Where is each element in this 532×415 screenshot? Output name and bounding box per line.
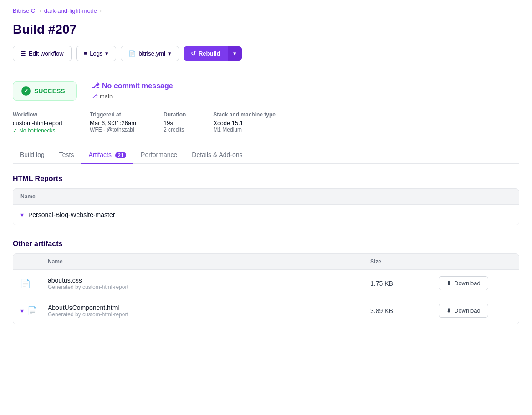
status-text: SUCCESS <box>34 87 65 95</box>
rebuild-group: ↺ Rebuild ▾ <box>184 46 242 61</box>
workflow-meta: Workflow custom-html-report ✓ No bottlen… <box>13 111 62 134</box>
logs-icon: ≡ <box>84 50 87 57</box>
download-icon-0: ⬇ <box>446 280 451 287</box>
logs-button[interactable]: ≡ Logs ▾ <box>76 46 117 61</box>
rebuild-caret-icon: ▾ <box>233 50 236 57</box>
credits-value: 2 credits <box>164 127 186 133</box>
file-info-1: AboutUsComponent.html Generated by custo… <box>48 304 370 318</box>
tab-tests[interactable]: Tests <box>52 147 82 164</box>
status-check-icon: ✓ <box>21 86 31 96</box>
breadcrumb-current[interactable]: dark-and-light-mode <box>44 7 97 14</box>
tab-details[interactable]: Details & Add-ons <box>184 147 250 164</box>
workflow-value: custom-html-report <box>13 120 62 127</box>
edit-workflow-icon: ☰ <box>20 50 26 57</box>
git-icon: ⎇ <box>91 81 99 90</box>
download-button-0[interactable]: ⬇ Download <box>439 276 488 290</box>
commit-info: ⎇ No commit message ⎇ main <box>91 81 173 100</box>
machine-value: M1 Medium <box>213 127 276 133</box>
file-size-0: 1.75 KB <box>370 280 439 287</box>
file-info-0: aboutus.css Generated by custom-html-rep… <box>48 277 370 290</box>
expand-row-1[interactable]: ▾ <box>20 307 24 314</box>
artifact-row-0: 📄 aboutus.css Generated by custom-html-r… <box>13 269 519 297</box>
bitrise-yml-button[interactable]: 📄 bitrise.yml ▾ <box>121 46 179 61</box>
tabs: Build log Tests Artifacts 21 Performance… <box>13 147 519 164</box>
file-name-1: AboutUsComponent.html <box>48 304 370 311</box>
download-button-1[interactable]: ⬇ Download <box>439 304 488 318</box>
tab-performance[interactable]: Performance <box>133 147 184 164</box>
triggered-by: WFE - @tothszabi <box>90 127 136 133</box>
download-icon-1: ⬇ <box>446 307 451 314</box>
file-meta-0: Generated by custom-html-report <box>48 284 370 290</box>
stack-meta: Stack and machine type Xcode 15.1 M1 Med… <box>213 111 276 134</box>
workflow-label: Workflow <box>13 111 62 118</box>
stack-value: Xcode 15.1 <box>213 120 276 127</box>
rebuild-icon: ↺ <box>191 50 196 57</box>
page-title: Build #207 <box>13 22 519 37</box>
status-area: ✓ SUCCESS ⎇ No commit message ⎇ main <box>13 81 519 101</box>
file-size-1: 3.89 KB <box>370 307 439 314</box>
commit-message: ⎇ No commit message <box>91 81 173 90</box>
no-bottlenecks: ✓ No bottlenecks <box>13 127 55 134</box>
file-meta-1: Generated by custom-html-report <box>48 311 370 318</box>
breadcrumb-sep-2: › <box>100 8 102 14</box>
other-name-col: Name <box>48 258 370 265</box>
file-name-0: aboutus.css <box>48 277 370 284</box>
tab-artifacts[interactable]: Artifacts 21 <box>81 147 133 164</box>
html-reports-header: Name <box>13 189 519 204</box>
toolbar-divider <box>13 72 519 72</box>
html-reports-table: Name ▾ Personal-Blog-Website-master <box>13 188 519 225</box>
stack-label: Stack and machine type <box>213 111 276 118</box>
edit-workflow-button[interactable]: ☰ Edit workflow <box>13 46 72 61</box>
other-artifacts-table: Name Size 📄 aboutus.css Generated by cus… <box>13 253 519 324</box>
duration-value: 19s <box>164 120 186 127</box>
artifact-row-1: ▾ 📄 AboutUsComponent.html Generated by c… <box>13 297 519 324</box>
bitrise-yml-icon: 📄 <box>128 50 136 57</box>
yml-chevron-icon: ▾ <box>168 50 171 57</box>
branch-icon: ⎇ <box>91 93 98 100</box>
other-artifacts-header: Name Size <box>13 254 519 269</box>
logs-chevron-icon: ▾ <box>105 50 108 57</box>
rebuild-button[interactable]: ↺ Rebuild <box>184 46 228 61</box>
triggered-label: Triggered at <box>90 111 136 118</box>
breadcrumb: Bitrise CI › dark-and-light-mode › <box>13 7 519 14</box>
html-report-row[interactable]: ▾ Personal-Blog-Website-master <box>13 204 519 225</box>
breadcrumb-sep-1: › <box>40 8 41 14</box>
status-badge: ✓ SUCCESS <box>13 81 77 101</box>
file-icon-0: 📄 <box>20 278 31 288</box>
check-icon: ✓ <box>13 127 17 134</box>
other-size-col: Size <box>370 258 439 265</box>
breadcrumb-root[interactable]: Bitrise CI <box>13 7 37 14</box>
name-col-header: Name <box>20 193 36 200</box>
triggered-value: Mar 6, 9:31:26am <box>90 120 136 127</box>
artifacts-badge: 21 <box>115 152 126 158</box>
tab-build-log[interactable]: Build log <box>13 147 52 164</box>
html-report-name: Personal-Blog-Website-master <box>28 211 512 218</box>
duration-label: Duration <box>164 111 186 118</box>
toolbar: ☰ Edit workflow ≡ Logs ▾ 📄 bitrise.yml ▾… <box>13 46 519 61</box>
duration-meta: Duration 19s 2 credits <box>164 111 186 134</box>
other-artifacts-title: Other artifacts <box>13 240 519 248</box>
branch-info: ⎇ main <box>91 93 173 100</box>
rebuild-caret-button[interactable]: ▾ <box>228 46 242 61</box>
file-icon-1: 📄 <box>27 306 37 316</box>
meta-row: Workflow custom-html-report ✓ No bottlen… <box>13 111 519 134</box>
html-reports-title: HTML Reports <box>13 175 519 183</box>
triggered-meta: Triggered at Mar 6, 9:31:26am WFE - @tot… <box>90 111 136 134</box>
expand-icon[interactable]: ▾ <box>20 211 24 218</box>
